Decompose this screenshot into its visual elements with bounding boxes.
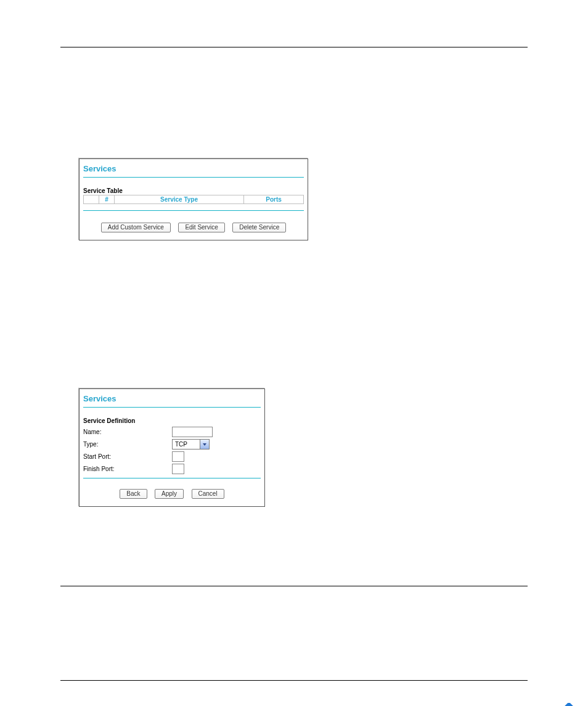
start-port-label: Start Port: [83, 453, 172, 460]
panel-title: Services [83, 164, 305, 173]
service-table: # Service Type Ports [83, 195, 304, 204]
type-select[interactable]: TCP [172, 439, 210, 449]
services-table-panel: Services Service Table # Service Type Po… [79, 158, 308, 240]
col-hash: # [99, 195, 115, 204]
col-ports: Ports [244, 195, 304, 204]
start-port-input[interactable] [172, 451, 184, 462]
form-row-start-port: Start Port: [83, 451, 261, 462]
name-label: Name: [83, 429, 172, 435]
mid-horizontal-rule [60, 586, 528, 586]
edit-service-button[interactable]: Edit Service [178, 223, 224, 232]
svg-rect-0 [557, 703, 581, 706]
back-button[interactable]: Back [120, 489, 147, 499]
col-select [84, 195, 99, 204]
service-table-button-row: Add Custom Service Edit Service Delete S… [82, 221, 305, 232]
name-input[interactable] [172, 427, 213, 437]
section-label-service-table: Service Table [83, 187, 305, 194]
cancel-button[interactable]: Cancel [192, 489, 224, 499]
add-custom-service-button[interactable]: Add Custom Service [101, 223, 171, 232]
service-definition-button-row: Back Apply Cancel [82, 487, 262, 499]
form-row-name: Name: [83, 427, 261, 437]
col-service-type: Service Type [115, 195, 244, 204]
panel-divider [83, 478, 261, 478]
chevron-down-icon [200, 440, 209, 449]
form-row-finish-port: Finish Port: [83, 464, 261, 474]
finish-port-input[interactable] [172, 464, 184, 474]
panel-divider [83, 177, 304, 178]
finish-port-label: Finish Port: [83, 466, 172, 472]
delete-service-button[interactable]: Delete Service [232, 223, 286, 232]
table-header-row: # Service Type Ports [84, 195, 304, 204]
form-row-type: Type: TCP [83, 439, 261, 449]
panel-divider [83, 407, 261, 408]
type-select-value: TCP [173, 441, 200, 448]
section-label-service-definition: Service Definition [83, 417, 262, 424]
top-horizontal-rule [60, 47, 528, 47]
type-label: Type: [83, 441, 172, 448]
telkom-logo: Telkom [534, 703, 583, 706]
services-definition-panel: Services Service Definition Name: Type: … [79, 388, 265, 507]
panel-divider [83, 210, 304, 211]
panel-title: Services [83, 394, 262, 403]
apply-button[interactable]: Apply [155, 489, 184, 499]
